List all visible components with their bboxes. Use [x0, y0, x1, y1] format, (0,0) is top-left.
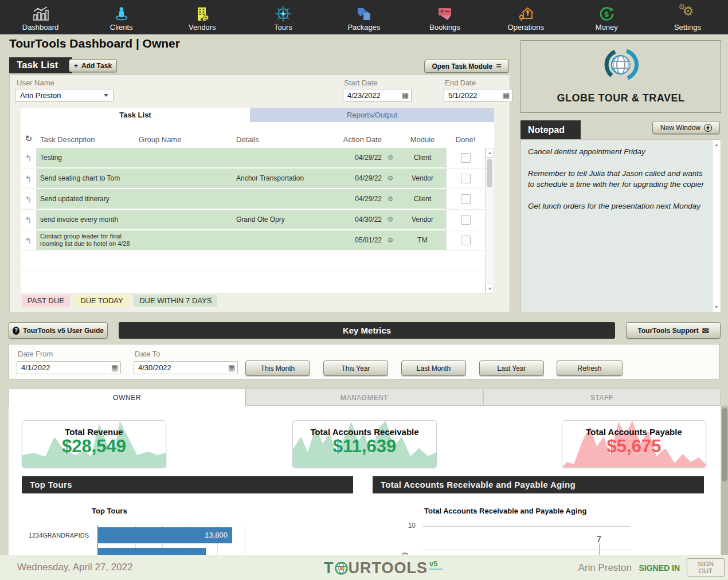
table-row[interactable]: ↰ Testing 04/28/22 ⚙ Client — [21, 148, 494, 168]
scrollbar-thumb[interactable] — [722, 408, 727, 481]
nav-packages[interactable]: Packages — [323, 0, 404, 34]
gears-icon: ⚙ ⚙ — [678, 4, 696, 23]
building-pin-icon — [194, 4, 210, 23]
card-value: $28,549 — [22, 436, 166, 457]
open-task-module-button[interactable]: Open Task Module ≡ — [424, 60, 509, 73]
plus-icon: + — [74, 62, 78, 70]
lightning-icon — [704, 124, 712, 132]
hamburger-icon: ≡ — [496, 61, 501, 72]
scroll-up-icon: ▲ — [713, 140, 721, 150]
gear-icon[interactable]: ⚙ — [388, 215, 394, 224]
col-details: Details — [234, 122, 340, 148]
puzzle-icon — [356, 4, 372, 23]
scrollbar-thumb[interactable] — [487, 159, 492, 187]
notepad-body[interactable]: Cancel dentist appointment Friday Rememb… — [520, 139, 721, 312]
user-guide-button[interactable]: ? TourTools v5 User Guide — [9, 322, 108, 339]
nav-tours[interactable]: Tours — [242, 0, 323, 34]
this-year-button[interactable]: This Year — [323, 360, 388, 376]
go-to-record-icon[interactable]: ↰ — [25, 153, 32, 163]
support-button[interactable]: TourTools Support ✉ — [626, 322, 721, 339]
nav-label: Clients — [110, 23, 133, 32]
refresh-button[interactable]: Refresh — [557, 360, 623, 376]
tab-reports-output[interactable]: Reports/Output — [250, 108, 494, 122]
start-date-input[interactable] — [343, 89, 412, 102]
user-name-label: User Name — [17, 79, 54, 87]
calendar-icon[interactable]: ▦ — [402, 92, 409, 99]
logo-letter-t: T — [324, 559, 334, 577]
nav-vendors[interactable]: Vendors — [162, 0, 242, 34]
note-line: Get lunch orders for the presentation ne… — [528, 201, 704, 212]
table-row[interactable]: ↰ Send updated itinerary 04/29/22 ⚙ Clie… — [21, 189, 494, 210]
note-line: Cancel dentist appointment Friday — [528, 146, 704, 158]
top-nav: Dashboard Clients Vendors Tours Packages… — [0, 0, 728, 34]
logo-globe-icon — [335, 562, 348, 575]
new-window-button[interactable]: New Window — [652, 121, 720, 134]
key-metrics-bar: Key Metrics — [119, 322, 615, 339]
end-date-input[interactable] — [444, 89, 512, 102]
calendar-icon[interactable]: ▦ — [503, 92, 510, 99]
done-checkbox[interactable] — [461, 236, 471, 245]
nav-label: Operations — [507, 23, 544, 32]
nav-settings[interactable]: ⚙ ⚙ Settings — [647, 0, 728, 34]
legend-past-due: PAST DUE — [22, 295, 70, 307]
chart-title: Top Tours — [92, 507, 127, 515]
question-icon: ? — [13, 327, 19, 335]
done-checkbox[interactable] — [461, 194, 471, 204]
card-title: Total Accounts Receivable — [293, 427, 436, 437]
footer: Wednesday, April 27, 2022 T URTOOLS v5 A… — [0, 555, 728, 580]
tab-staff[interactable]: STAFF — [483, 389, 721, 406]
end-date-label: End Date — [445, 79, 476, 87]
calendar-icon[interactable]: ▦ — [111, 364, 118, 371]
table-row[interactable]: ↰ send invoice every month Grand Ole Opr… — [21, 210, 494, 230]
svg-text:$: $ — [604, 10, 609, 18]
go-to-record-icon[interactable]: ↰ — [25, 194, 32, 205]
last-year-button[interactable]: Last Year — [479, 360, 544, 376]
table-row[interactable]: ↰ Send seating chart to Tom Anchor Trans… — [21, 168, 494, 189]
nav-label: Bookings — [429, 23, 460, 32]
dollar-circle-icon: $ — [598, 4, 615, 23]
nav-clients[interactable]: Clients — [81, 0, 162, 34]
logo-version: v5 — [429, 559, 443, 570]
date-to-input[interactable] — [134, 361, 238, 374]
tab-managment[interactable]: MANAGMENT — [245, 389, 483, 406]
gear-icon[interactable]: ⚙ — [388, 236, 394, 244]
go-to-record-icon[interactable]: ↰ — [25, 215, 32, 225]
nav-operations[interactable]: Operations — [486, 0, 566, 34]
page-scrollbar[interactable] — [721, 406, 728, 555]
task-table: ↻ Task Description Group Name Details Ac… — [21, 122, 494, 293]
date-from-input[interactable] — [17, 361, 121, 374]
notepad-scrollbar[interactable]: ▲ ▼ — [712, 140, 721, 312]
calendar-icon[interactable]: ▦ — [228, 364, 235, 371]
gear-icon[interactable]: ⚙ — [388, 195, 394, 203]
tab-owner[interactable]: OWNER — [9, 389, 245, 406]
done-checkbox[interactable] — [461, 153, 471, 163]
refresh-icon[interactable]: ↻ — [25, 134, 33, 144]
gear-icon[interactable]: ⚙ — [388, 154, 394, 162]
nav-label: Vendors — [189, 23, 216, 32]
task-table-scrollbar[interactable]: ▲ ▼ — [485, 148, 494, 293]
go-to-record-icon[interactable]: ↰ — [25, 174, 32, 184]
tab-task-list[interactable]: Task List — [21, 108, 250, 122]
scroll-down-icon: ▼ — [486, 284, 494, 293]
nav-dashboard[interactable]: Dashboard — [0, 0, 81, 34]
done-checkbox[interactable] — [461, 215, 471, 225]
table-row[interactable]: ↰ Contact group leader for final rooming… — [21, 230, 494, 251]
bar: 13,800 — [98, 527, 232, 543]
done-checkbox[interactable] — [461, 174, 471, 183]
gear-icon[interactable]: ⚙ — [388, 174, 394, 182]
logo-suffix: URTOOLS — [349, 559, 428, 577]
nav-money[interactable]: $ Money — [566, 0, 647, 34]
nav-bookings[interactable]: Bookings — [405, 0, 486, 34]
bar-partial — [98, 548, 206, 555]
start-date-label: Start Date — [344, 79, 378, 87]
this-month-button[interactable]: This Month — [245, 360, 310, 376]
sign-out-button[interactable]: SIGN OUT — [687, 558, 725, 577]
person-icon — [113, 4, 130, 23]
y-tick-label: 10 — [398, 522, 416, 530]
last-month-button[interactable]: Last Month — [401, 360, 466, 376]
col-task-description: Task Description — [37, 122, 136, 148]
go-to-record-icon[interactable]: ↰ — [25, 236, 32, 246]
user-name-select[interactable]: Arin Preston — [15, 89, 113, 102]
add-task-button[interactable]: + Add Task — [69, 59, 117, 72]
nav-label: Packages — [347, 23, 380, 32]
